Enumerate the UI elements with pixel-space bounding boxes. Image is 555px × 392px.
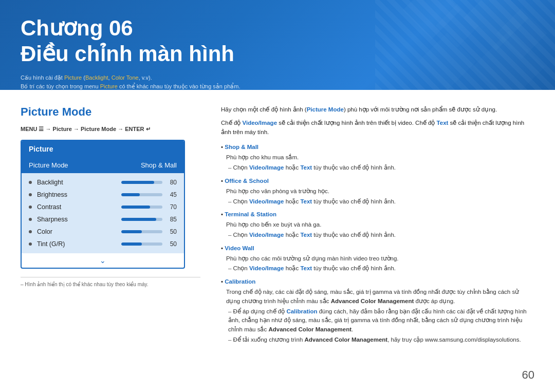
- row-dot: [29, 218, 32, 221]
- panel-rows: Backlight 80 Brightness 45 Contrast: [22, 173, 184, 253]
- panel-header: Picture: [22, 141, 184, 157]
- header-decoration: [401, 0, 555, 90]
- bullet-desc-office: Phù hợp cho văn phòng và trường học.: [226, 187, 534, 196]
- highlight-backlight: Backlight: [85, 74, 108, 81]
- row-label: Sharpness: [37, 216, 121, 223]
- row-bar-wrap: 50: [121, 228, 177, 235]
- row-value: 70: [166, 203, 177, 211]
- menu-instruction: MENU ☰ → Picture → Picture Mode → ENTER …: [21, 126, 200, 133]
- bullet-title-videowall: Video Wall: [225, 245, 254, 251]
- row-value: 50: [166, 240, 177, 248]
- panel-row[interactable]: Tint (G/R) 50: [22, 238, 184, 250]
- row-dot: [29, 242, 32, 246]
- row-dot: [29, 206, 32, 209]
- picture-panel: Picture Picture Mode Shop & Mall Backlig…: [21, 140, 185, 269]
- page-number: 60: [522, 368, 534, 382]
- bullet-desc-calibration: Trong chế độ này, các cài đặt độ sáng, m…: [226, 288, 534, 306]
- row-bar-wrap: 85: [121, 216, 177, 223]
- row-bar-wrap: 70: [121, 203, 177, 211]
- bar-track: [121, 193, 162, 196]
- row-bar-wrap: 50: [121, 240, 177, 248]
- bar-fill: [121, 230, 142, 233]
- bar-fill: [121, 206, 150, 209]
- highlight-picture2: Picture: [100, 83, 118, 89]
- bullet-title-office: Office & School: [225, 178, 269, 184]
- bar-fill: [121, 181, 154, 184]
- row-value: 85: [166, 216, 177, 223]
- row-value: 50: [166, 228, 177, 235]
- sub-videowall: Chọn Video/Image hoặc Text tùy thuộc vào…: [228, 264, 534, 273]
- row-label: Color: [37, 228, 121, 235]
- highlight-picturemode: Picture Mode: [307, 106, 344, 113]
- row-dot: [29, 193, 32, 196]
- section-title: Picture Mode: [21, 105, 200, 119]
- panel-selected-label: Picture Mode: [29, 161, 68, 169]
- panel-row[interactable]: Color 50: [22, 226, 184, 238]
- bar-track: [121, 181, 162, 184]
- bar-fill: [121, 218, 156, 221]
- footnote: – Hình ảnh hiển thị có thể khác nhau tùy…: [21, 277, 200, 287]
- sub-shopmall: Chọn Video/Image hoặc Text tùy thuộc vào…: [228, 163, 534, 173]
- bullet-desc-videowall: Phù hợp cho các môi trường sử dụng màn h…: [226, 254, 534, 264]
- list-item-terminal: Terminal & Station Phù hợp cho bến xe bu…: [221, 210, 534, 239]
- panel-selected-row[interactable]: Picture Mode Shop & Mall: [22, 157, 184, 173]
- highlight-videoimage: Video/Image: [243, 120, 278, 126]
- panel-row[interactable]: Contrast 70: [22, 201, 184, 213]
- bar-fill: [121, 242, 142, 246]
- sub-terminal: Chọn Video/Image hoặc Text tùy thuộc vào…: [228, 231, 534, 240]
- panel-row[interactable]: Backlight 80: [22, 176, 184, 189]
- row-dot: [29, 181, 32, 184]
- row-value: 80: [166, 179, 177, 186]
- bullet-desc-shopmall: Phù hợp cho khu mua sắm.: [226, 153, 534, 162]
- sub-office: Chọn Video/Image hoặc Text tùy thuộc vào…: [228, 197, 534, 207]
- header-banner: Chương 06 Điều chỉnh màn hình Cấu hình c…: [0, 0, 555, 90]
- list-item-videowall: Video Wall Phù hợp cho các môi trường sử…: [221, 244, 534, 273]
- right-column: Hãy chọn một chế độ hình ảnh (Picture Mo…: [221, 105, 534, 349]
- highlight-colortone: Color Tone: [112, 74, 139, 81]
- intro-text1: Hãy chọn một chế độ hình ảnh (Picture Mo…: [221, 105, 534, 115]
- panel-row[interactable]: Brightness 45: [22, 189, 184, 201]
- row-dot: [29, 230, 32, 233]
- panel-selected-value: Shop & Mall: [141, 161, 177, 169]
- panel-row[interactable]: Sharpness 85: [22, 213, 184, 226]
- bar-track: [121, 206, 162, 209]
- row-label: Brightness: [37, 191, 121, 198]
- bar-track: [121, 230, 162, 233]
- left-column: Picture Mode MENU ☰ → Picture → Picture …: [21, 105, 200, 349]
- row-bar-wrap: 45: [121, 191, 177, 198]
- row-label: Tint (G/R): [37, 240, 121, 248]
- bullet-desc-terminal: Phù hợp cho bến xe buýt và nhà ga.: [226, 220, 534, 230]
- main-content: Picture Mode MENU ☰ → Picture → Picture …: [0, 90, 555, 359]
- list-item-shopmall: Shop & Mall Phù hợp cho khu mua sắm. Chọ…: [221, 143, 534, 172]
- list-item-calibration: Calibration Trong chế độ này, các cài đặ…: [221, 277, 534, 345]
- row-value: 45: [166, 191, 177, 198]
- bullet-title-terminal: Terminal & Station: [225, 211, 276, 217]
- list-item-office: Office & School Phù hợp cho văn phòng và…: [221, 177, 534, 206]
- panel-chevron[interactable]: ⌄: [22, 253, 184, 268]
- bullet-list: Shop & Mall Phù hợp cho khu mua sắm. Chọ…: [221, 143, 534, 344]
- intro-text2: Chế độ Video/Image sẽ cải thiện chất lượ…: [221, 119, 534, 137]
- row-bar-wrap: 80: [121, 179, 177, 186]
- sub-calibration2: Để tải xuống chương trình Advanced Color…: [228, 335, 534, 345]
- bar-fill: [121, 193, 140, 196]
- highlight-picture1: Picture: [64, 74, 82, 81]
- row-label: Contrast: [37, 203, 121, 211]
- bullet-title-shopmall: Shop & Mall: [225, 144, 258, 150]
- bar-track: [121, 242, 162, 246]
- sub-calibration1: Để áp dụng chế độ Calibration đúng cách,…: [228, 307, 534, 334]
- bullet-title-calibration: Calibration: [225, 278, 255, 285]
- highlight-text: Text: [437, 120, 449, 126]
- bar-track: [121, 218, 162, 221]
- row-label: Backlight: [37, 179, 121, 186]
